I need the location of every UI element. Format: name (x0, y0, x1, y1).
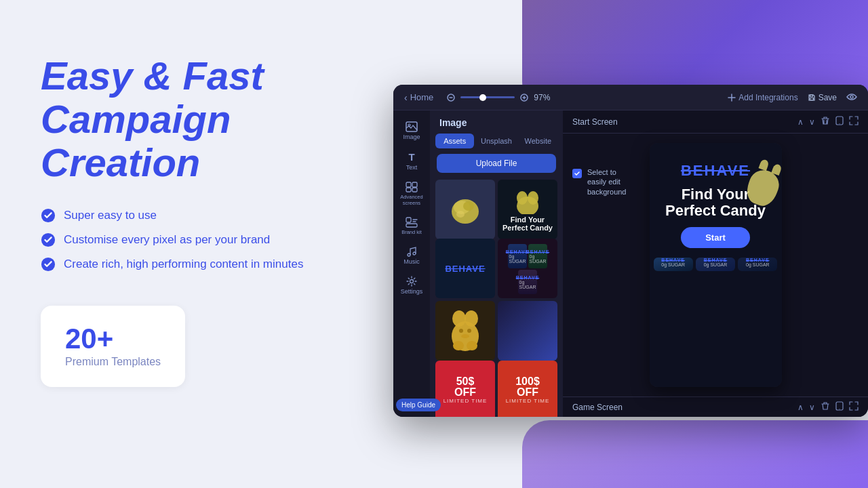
sidebar-settings-label: Settings (401, 288, 423, 295)
bg-select-checkbox[interactable] (572, 169, 582, 178)
sidebar-image-label: Image (403, 134, 420, 140)
canvas-bottom-bar: Game Screen ∧ ∨ (563, 396, 868, 417)
app-toolbar: ‹ Home 97% Add Integrations (393, 85, 868, 110)
settings-icon (406, 276, 417, 287)
toolbar-zoom: 97% (447, 93, 728, 102)
grid-item-candy-bags[interactable]: BEHAVE 0g SUGAR BEHAVE 0g SUGAR BEHAVE 0… (498, 239, 557, 298)
bottom-expand-icon-svg (849, 401, 859, 411)
svg-rect-13 (406, 182, 411, 187)
svg-point-35 (467, 329, 471, 333)
side-gummy-bear (748, 170, 782, 219)
music-icon (406, 246, 417, 257)
svg-point-40 (840, 409, 840, 409)
templates-count: 20+ (65, 325, 161, 353)
sidebar-item-music[interactable]: Music (397, 242, 427, 269)
features-list: Super easy to use Customise every pixel … (41, 208, 353, 272)
bag-1-brand: BEHAVE (661, 258, 685, 262)
product-bag-1: BEHAVE 0g SUGAR (654, 258, 693, 271)
product-bag-3: BEHAVE 0g SUGAR (738, 258, 777, 271)
checkbox-check-icon (574, 171, 580, 176)
bottom-chevron-down[interactable]: ∨ (809, 403, 815, 412)
sidebar-item-text[interactable]: T Text (397, 147, 427, 175)
bag-sugar-1: 0g SUGAR (509, 254, 526, 264)
svg-point-24 (463, 201, 474, 211)
svg-point-38 (840, 123, 840, 124)
check-icon-3 (41, 257, 56, 272)
svg-point-10 (850, 96, 853, 98)
zoom-out-icon[interactable] (447, 94, 455, 102)
grid-item-gradient[interactable] (498, 301, 557, 361)
grid-item-promo-50[interactable]: 50$ OFF LIMITED TIME (435, 361, 495, 417)
svg-point-33 (467, 341, 477, 350)
upload-file-button[interactable]: Upload File (437, 154, 556, 173)
grid-item-text-promo[interactable]: Find YourPerfect Candy (498, 180, 557, 239)
svg-point-21 (410, 280, 414, 283)
brand-logo-text: BEHAVE (445, 264, 485, 274)
svg-rect-16 (412, 188, 417, 192)
image-grid: Find YourPerfect Candy BEHAVE BEHAVE 0g … (430, 180, 563, 417)
chevron-down-icon[interactable]: ∨ (809, 117, 815, 127)
chevron-up-icon[interactable]: ∧ (797, 117, 804, 127)
check-icon-2 (41, 232, 56, 247)
hero-title: Easy & Fast Campaign Creation (41, 54, 353, 184)
svg-point-32 (453, 341, 464, 350)
sidebar-advanced-label: Advanced screens (399, 194, 424, 206)
svg-point-25 (456, 211, 465, 218)
promo-50-off: OFF (454, 387, 476, 398)
bottom-controls: ∧ ∨ (797, 401, 859, 413)
mobile-view-icon[interactable] (835, 116, 844, 127)
bag-2-brand: BEHAVE (704, 258, 728, 262)
tab-website[interactable]: Website (519, 134, 557, 148)
toolbar-back[interactable]: ‹ Home (404, 92, 433, 103)
bottom-phone-icon (835, 401, 844, 411)
grid-item-candy-rock[interactable] (435, 180, 495, 239)
phone-cta-button[interactable]: Start (681, 227, 750, 248)
left-panel: Easy & Fast Campaign Creation Super easy… (0, 0, 393, 488)
sidebar-item-image[interactable]: Image (397, 117, 427, 144)
phone-icon (835, 116, 844, 125)
grid-item-brand[interactable]: BEHAVE (435, 239, 495, 298)
gummy-bear-yellow (449, 310, 481, 351)
sidebar-item-settings[interactable]: Settings (397, 272, 427, 299)
bag-sugar-3: 0g SUGAR (519, 280, 536, 289)
bag-3-brand: BEHAVE (746, 258, 770, 262)
save-button[interactable]: Save (808, 93, 837, 102)
bag-brand-2: BEHAVE (526, 249, 550, 254)
bag-3-sugar: 0g SUGAR (746, 262, 770, 267)
feature-item-3: Create rich, high performing content in … (41, 257, 353, 272)
bg-select-label: Select toeasily editbackground (587, 167, 627, 197)
save-icon (808, 94, 816, 102)
grid-item-promo-100[interactable]: 100$ OFF LIMITED TIME (498, 361, 557, 417)
expand-screen-icon (849, 116, 859, 125)
svg-point-12 (408, 124, 410, 126)
preview-button[interactable] (846, 92, 857, 103)
add-integrations-button[interactable]: Add Integrations (728, 93, 797, 102)
svg-rect-18 (406, 224, 417, 227)
sidebar-item-brandkit[interactable]: Brand kit (397, 213, 427, 239)
grid-item-gummy-bear[interactable] (435, 301, 495, 361)
zoom-in-icon[interactable] (520, 94, 528, 102)
sidebar-item-advanced[interactable]: Advanced screens (397, 178, 427, 210)
tab-unsplash[interactable]: Unsplash (477, 134, 515, 148)
bag-2-sugar: 0g SUGAR (704, 262, 728, 267)
svg-rect-14 (412, 182, 417, 187)
bottom-chevron-up[interactable]: ∧ (797, 403, 804, 412)
zoom-slider[interactable] (460, 96, 515, 98)
bottom-delete-icon[interactable] (821, 401, 830, 413)
delete-screen-icon[interactable] (821, 116, 830, 127)
promo-100-sub: LIMITED TIME (506, 398, 550, 404)
product-bag-2: BEHAVE 0g SUGAR (696, 258, 735, 271)
expand-icon[interactable] (849, 116, 859, 127)
toolbar-actions: Add Integrations Save (728, 92, 857, 103)
plus-icon (728, 94, 736, 102)
tab-assets[interactable]: Assets (435, 134, 474, 148)
svg-point-27 (517, 191, 528, 205)
svg-point-28 (528, 191, 538, 205)
phone-brand: BEHAVE (681, 162, 750, 180)
start-screen-label: Start Screen (572, 117, 618, 127)
promo-50-sub: LIMITED TIME (443, 398, 488, 404)
svg-rect-17 (406, 218, 411, 222)
bottom-mobile-icon[interactable] (835, 401, 844, 413)
bottom-expand-icon[interactable] (849, 401, 859, 413)
sidebar-text-label: Text (406, 164, 418, 171)
